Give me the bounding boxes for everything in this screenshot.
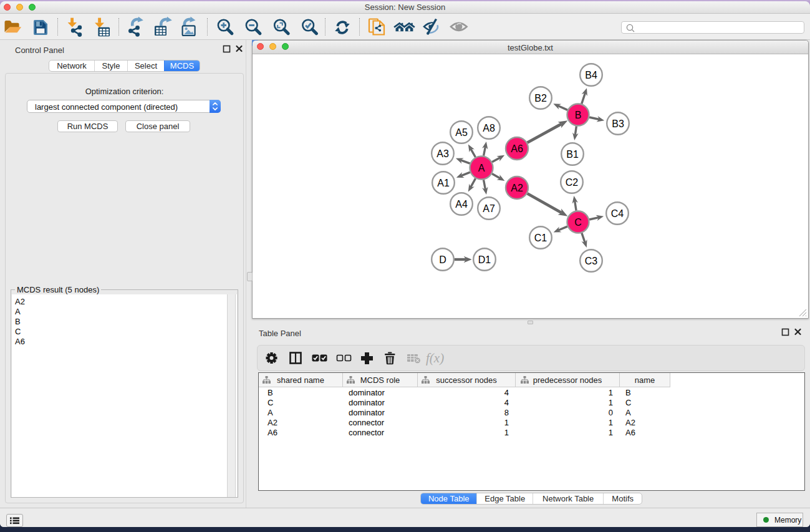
- svg-text:C: C: [574, 217, 582, 228]
- svg-text:A5: A5: [455, 127, 468, 138]
- svg-text:B: B: [575, 110, 582, 120]
- svg-text:f(x): f(x): [426, 351, 444, 365]
- svg-text:A: A: [478, 163, 485, 173]
- svg-text:B1: B1: [566, 149, 579, 160]
- svg-text:C1: C1: [534, 233, 547, 243]
- svg-text:A1: A1: [437, 178, 450, 188]
- svg-text:D: D: [439, 254, 446, 265]
- svg-text:D1: D1: [478, 254, 491, 265]
- svg-text:A2: A2: [511, 183, 523, 193]
- svg-text:C4: C4: [611, 208, 624, 219]
- svg-text:B4: B4: [585, 70, 597, 80]
- svg-text:C2: C2: [566, 177, 579, 188]
- svg-text:A7: A7: [483, 203, 495, 214]
- svg-text:A8: A8: [483, 123, 495, 133]
- svg-text:C3: C3: [585, 256, 598, 266]
- svg-text:A6: A6: [511, 143, 523, 154]
- svg-text:B3: B3: [612, 118, 624, 129]
- svg-text:A3: A3: [436, 148, 449, 159]
- svg-text:A4: A4: [455, 199, 468, 210]
- svg-text:B2: B2: [534, 93, 547, 104]
